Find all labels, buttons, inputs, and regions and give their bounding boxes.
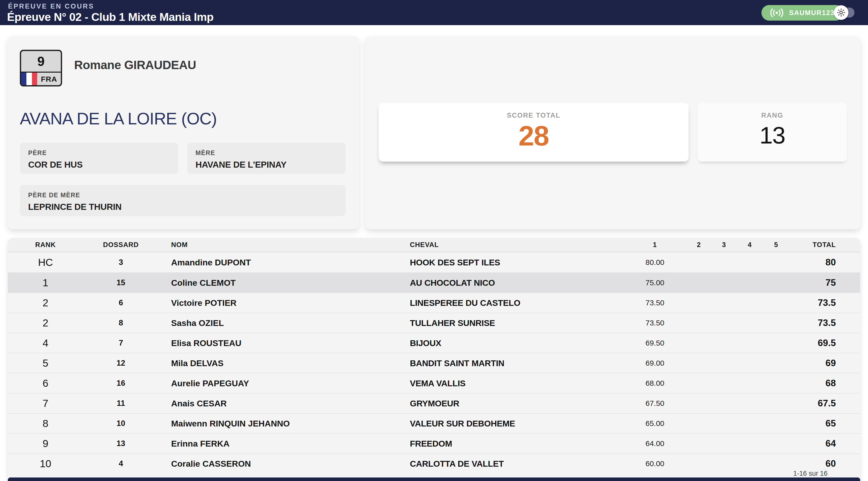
cell-nom: Coline CLEMOT	[159, 278, 407, 288]
sire-value: COR DE HUS	[28, 159, 170, 170]
cell-score-1: 68.00	[645, 379, 664, 388]
cell-dossard: 7	[119, 338, 123, 348]
connection-badge[interactable]: SAUMUR123	[762, 5, 843, 21]
cell-nom: Sasha OZIEL	[159, 318, 407, 328]
pedigree-sire-box: PÈRE COR DE HUS	[20, 143, 178, 174]
rank-card: RANG 13	[698, 103, 847, 161]
cell-rank: 4	[43, 337, 49, 349]
column-header-2[interactable]: 2	[697, 241, 701, 249]
cell-rank: 2	[43, 317, 49, 329]
damsire-label: PÈRE DE MÈRE	[28, 191, 337, 199]
theme-toggle[interactable]	[836, 7, 855, 18]
cell-score-1: 73.50	[645, 319, 664, 327]
table-row[interactable]: 5 12 Mila DELVAS BANDIT SAINT MARTIN 69.…	[8, 353, 860, 373]
table-row[interactable]: 7 11 Anais CESAR GRYMOEUR 67.50 67.5	[8, 393, 860, 413]
cell-nom: Maiwenn RINQUIN JEHANNO	[159, 419, 407, 428]
cell-dossard: 16	[117, 379, 125, 388]
cell-total: 80	[826, 257, 843, 268]
dam-value: HAVANE DE L'EPINAY	[195, 159, 337, 170]
cell-nom: Amandine DUPONT	[159, 258, 407, 267]
table-row[interactable]: 10 4 Coralie CASSERON CARLOTTA DE VALLET…	[8, 453, 860, 474]
cell-score-1: 64.00	[645, 439, 664, 448]
column-header-5[interactable]: 5	[774, 241, 778, 249]
page: ÉPREUVE EN COURS Épreuve N° 02 - Club 1 …	[0, 0, 868, 481]
cell-cheval: CARLOTTA DE VALLET	[407, 459, 623, 469]
cell-nom: Mila DELVAS	[159, 358, 407, 368]
top-bar: ÉPREUVE EN COURS Épreuve N° 02 - Club 1 …	[0, 0, 868, 25]
cell-dossard: 12	[117, 359, 125, 368]
cell-nom: Elisa ROUSTEAU	[159, 338, 407, 348]
page-title: Épreuve N° 02 - Club 1 Mixte Mania Imp	[7, 10, 214, 24]
event-status-kicker: ÉPREUVE EN COURS	[8, 2, 94, 10]
pedigree-damsire-box: PÈRE DE MÈRE LEPRINCE DE THURIN	[20, 185, 345, 216]
column-header-cheval[interactable]: CHEVAL	[407, 241, 623, 249]
dam-label: MÈRE	[195, 149, 337, 156]
column-header-dossard[interactable]: DOSSARD	[103, 241, 139, 249]
cell-dossard: 13	[117, 439, 125, 448]
column-header-3[interactable]: 3	[722, 241, 726, 249]
cell-nom: Victoire POTIER	[159, 298, 407, 308]
cell-score-1: 69.50	[645, 339, 664, 347]
cell-score-1: 69.00	[645, 359, 664, 367]
cell-cheval: VEMA VALLIS	[407, 379, 623, 388]
cell-rank: 2	[43, 297, 49, 309]
cell-cheval: VALEUR SUR DEBOHEME	[407, 419, 623, 428]
cell-dossard: 11	[117, 399, 125, 408]
score-total-card: SCORE TOTAL 28	[379, 103, 688, 161]
score-total-value: 28	[379, 122, 688, 150]
horse-name: AVANA DE LA LOIRE (OC)	[20, 109, 217, 128]
rider-card: 9 FRA Romane GIRAUDEAU AVANA DE LA LOIRE…	[8, 36, 359, 229]
cell-rank: 9	[43, 438, 49, 450]
table-row[interactable]: 2 8 Sasha OZIEL TULLAHER SUNRISE 73.50 7…	[8, 312, 860, 333]
cell-dossard: 15	[117, 278, 125, 287]
cell-score-1: 73.50	[645, 299, 664, 307]
damsire-value: LEPRINCE DE THURIN	[28, 202, 337, 212]
cell-score-1: 75.00	[645, 278, 664, 287]
table-row[interactable]: 6 16 Aurelie PAPEGUAY VEMA VALLIS 68.00 …	[8, 373, 860, 393]
cell-total: 65	[826, 418, 843, 429]
table-row[interactable]: 9 13 Erinna FERKA FREEDOM 64.00 64	[8, 433, 860, 453]
cell-dossard: 8	[119, 319, 123, 327]
column-header-rank[interactable]: RANK	[35, 241, 56, 249]
column-header-total[interactable]: TOTAL	[813, 241, 844, 249]
theme-toggle-knob[interactable]	[834, 5, 848, 20]
rank-value: 13	[698, 123, 847, 147]
column-header-4[interactable]: 4	[748, 241, 752, 249]
cell-rank: 7	[43, 397, 49, 410]
cell-rank: 10	[40, 458, 51, 470]
cell-rank: HC	[38, 257, 53, 268]
cell-cheval: BIJOUX	[407, 338, 623, 348]
cell-score-1: 67.50	[645, 399, 664, 408]
badge-label: SAUMUR123	[789, 9, 835, 17]
cell-total: 60	[826, 458, 843, 469]
rank-label: RANG	[698, 112, 847, 119]
cell-score-1: 65.00	[645, 419, 664, 428]
table-row[interactable]: HC 3 Amandine DUPONT HOOK DES SEPT ILES …	[8, 252, 860, 272]
france-flag-icon	[21, 72, 37, 85]
sire-label: PÈRE	[28, 149, 170, 156]
pagination-status: 1-16 sur 16	[793, 470, 828, 478]
table-row[interactable]: 8 10 Maiwenn RINQUIN JEHANNO VALEUR SUR …	[8, 413, 860, 433]
cell-cheval: HOOK DES SEPT ILES	[407, 258, 623, 267]
column-header-nom[interactable]: NOM	[159, 241, 407, 249]
results-header-row: RANKDOSSARDNOMCHEVAL12345TOTAL	[8, 238, 860, 252]
cell-cheval: FREEDOM	[407, 439, 623, 449]
score-total-label: SCORE TOTAL	[379, 112, 688, 119]
cell-total: 68	[826, 378, 843, 389]
cell-total: 73.5	[818, 318, 843, 328]
cell-total: 64	[826, 438, 843, 449]
sun-icon	[837, 8, 846, 17]
cell-total: 69	[826, 358, 843, 368]
table-row[interactable]: 1 15 Coline CLEMOT AU CHOCOLAT NICO 75.0…	[8, 272, 860, 293]
pedigree-dam-box: MÈRE HAVANE DE L'EPINAY	[187, 143, 345, 174]
cell-score-1: 80.00	[645, 258, 664, 267]
rider-name: Romane GIRAUDEAU	[74, 58, 196, 72]
results-table-card: RANKDOSSARDNOMCHEVAL12345TOTAL HC 3 Aman…	[8, 238, 860, 481]
table-row[interactable]: 4 7 Elisa ROUSTEAU BIJOUX 69.50 69.5	[8, 333, 860, 353]
rider-number: 9	[21, 51, 61, 72]
cell-total: 69.5	[818, 338, 843, 348]
rider-country: FRA	[37, 72, 61, 85]
results-rows: HC 3 Amandine DUPONT HOOK DES SEPT ILES …	[8, 252, 860, 474]
column-header-1[interactable]: 1	[653, 241, 657, 249]
table-row[interactable]: 2 6 Victoire POTIER LINESPEREE DU CASTEL…	[8, 293, 860, 312]
